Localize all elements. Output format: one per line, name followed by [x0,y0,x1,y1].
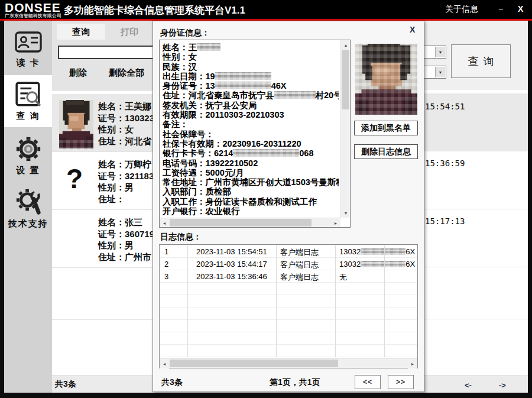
chevron-down-icon[interactable]: ▼ [435,47,445,57]
field-label: 证号： [98,229,125,239]
gear-icon [15,135,42,163]
record-name: 张三 [125,217,142,227]
prev-page-button[interactable]: << [355,375,381,389]
field-label: 姓名： [98,217,125,227]
log-content: 无 [339,272,347,283]
field-label: 证号： [98,113,125,123]
horizontal-scrollbar[interactable]: ◄ ► [160,358,417,368]
log-index: 1 [164,247,168,256]
delete-all-button[interactable]: 删除全部 [99,65,154,80]
query-button[interactable]: 查询 [451,44,511,78]
record-time: 15:17:13 [425,216,465,226]
minimize-button[interactable]: − [498,4,503,14]
field-label: 姓名： [98,159,125,169]
field-label: 性别： [98,240,125,250]
field-label: 性别： [98,182,125,192]
redacted-pixelated-text [215,72,271,80]
title-bar: DONSEE 广东东信智能科技有限公司 多功能智能卡综合信息管理系统平台V1.1… [0,0,532,19]
scroll-left-icon[interactable]: ◄ [160,218,169,228]
log-row[interactable]: 32023-11-03 15:36:46客户端日志无 [160,270,417,283]
redacted-pixelated-text [215,82,271,89]
log-empty-row [160,332,417,345]
record-photo [59,140,93,150]
chevron-down-icon[interactable]: ▼ [435,67,445,77]
record-address: 广州市 [125,252,151,262]
delete-log-button[interactable]: 删除日志信息 [354,144,418,159]
delete-button[interactable]: 删除 [60,65,96,80]
search-doc-icon [14,81,43,108]
scroll-up-icon[interactable]: ▲ [341,40,351,50]
record-gender: 男 [125,240,134,250]
column-divider [187,245,188,357]
id-info-label: 身份证信息： [160,28,210,38]
log-count: 共3条 [161,377,183,388]
scrollbar-thumb[interactable] [170,219,312,226]
column-divider [335,245,336,357]
vertical-scrollbar[interactable]: ▲ ▼ [340,40,350,218]
log-info-label: 日志信息： [160,232,202,242]
no-photo-placeholder: ? [66,163,83,195]
log-time: 2023-11-03 15:36:46 [196,272,267,281]
dialog-close-button[interactable]: X [410,25,415,34]
id-card-icon [14,30,43,55]
redacted-pixelated-text [361,261,406,267]
scrollbar-thumb[interactable] [170,360,338,367]
redacted-pixelated-text [361,248,406,255]
next-page-arrow[interactable]: -> [499,381,506,390]
record-time: 15:36:59 [425,158,465,168]
record-gender: 女 [125,124,134,134]
log-empty-row [160,308,417,320]
scroll-left-icon[interactable]: ◄ [160,359,169,368]
add-to-blacklist-button[interactable]: 添加到黑名单 [354,121,418,135]
id-info-line: 工资待遇：5000元/月 [163,168,339,177]
id-info-line: 签发机关：抚宁县公安局 [163,101,339,110]
column-divider [384,245,385,357]
tab-print[interactable]: 打印 [105,24,154,40]
id-info-textarea[interactable]: 姓名：王性别：女民族：汉出生日期：19身份证号：1346X住址：河北省秦皇岛市抚… [159,40,351,228]
redacted-pixelated-text [233,149,299,157]
tab-query[interactable]: 查询 [57,24,105,40]
prev-page-arrow[interactable]: <- [465,381,472,390]
id-info-line: 电话号码：13922210502 [163,158,339,168]
id-info-line: 身份证号：1346X [163,81,339,90]
log-type: 客户端日志 [280,260,319,270]
about-menu[interactable]: 关于信息 [445,4,478,15]
record-id: 360719 [125,229,154,239]
id-info-line: 姓名：王 [163,43,339,52]
id-info-dialog: X 身份证信息： 姓名：王性别：女民族：汉出生日期：19身份证号：1346X住址… [153,21,424,392]
id-info-line: 开户银行：农业银行 [163,206,339,216]
id-info-text: 姓名：王性别：女民族：汉出生日期：19身份证号：1346X住址：河北省秦皇岛市抚… [163,43,339,216]
log-type: 客户端日志 [280,247,319,258]
record-id: 321183 [125,171,154,181]
field-label: 住址： [98,252,125,262]
log-row[interactable]: 12023-11-03 15:54:51客户端日志130326X [160,245,417,258]
id-info-line: 常住地址：广州市黄埔区开创大道1503号曼斯科 [163,177,339,187]
id-info-line: 备注： [163,119,339,129]
log-content: 130326X [339,260,415,268]
horizontal-scrollbar[interactable]: ◄ ► [160,218,340,227]
next-page-button[interactable]: >> [388,375,414,389]
log-type: 客户端日志 [280,272,319,283]
scroll-right-icon[interactable]: ► [408,359,417,368]
record-id: 130323 [125,113,154,123]
field-label: 性别： [98,124,125,134]
record-address: 河北省 [125,136,151,146]
sidebar-item-tech-support[interactable]: 技术支持 [4,183,52,236]
field-label: 住址： [98,136,125,146]
scroll-right-icon[interactable]: ► [331,218,340,228]
field-label: 证号： [98,171,125,181]
log-empty-row [160,295,417,308]
id-info-line: 出生日期：19 [163,72,339,81]
sidebar-item-read-card[interactable]: 读 卡 [4,24,52,75]
log-row[interactable]: 22023-11-03 15:44:17客户端日志130326X [160,258,417,270]
window-close-button[interactable]: X [518,4,523,14]
sidebar-item-query[interactable]: 查 询 [4,75,52,127]
scrollbar-thumb[interactable] [342,50,349,109]
record-name: 万卿柠 [125,159,151,169]
field-label: 住址： [98,194,125,204]
sidebar-item-settings[interactable]: 设 置 [4,130,52,180]
log-table: 12023-11-03 15:54:51客户端日志130326X22023-11… [159,244,418,368]
record-count: 共3条 [55,379,76,390]
id-info-line: 民族：汉 [163,62,339,72]
scroll-down-icon[interactable]: ▼ [341,208,351,218]
